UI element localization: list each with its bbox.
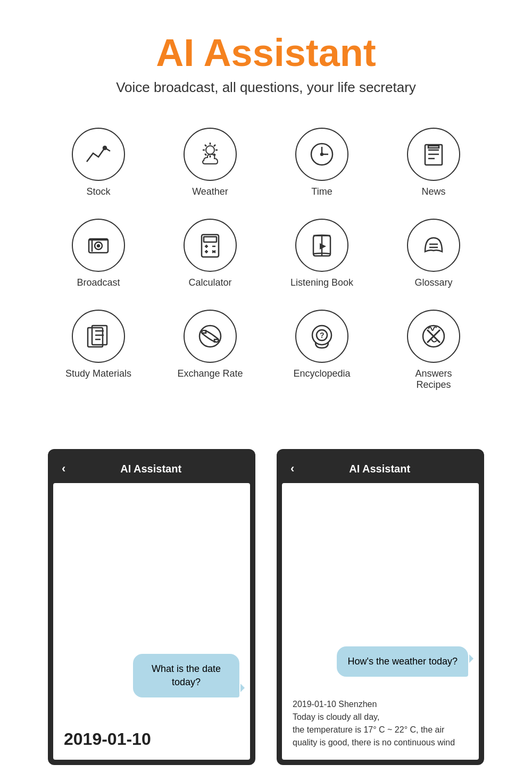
answers-recipes-label: Answers Recipes	[399, 368, 468, 390]
broadcast-icon-circle	[72, 219, 125, 272]
weather-icon-circle	[184, 128, 237, 181]
svg-line-6	[205, 145, 206, 146]
svg-point-21	[97, 245, 99, 247]
svg-point-0	[103, 146, 106, 149]
svg-rect-18	[428, 146, 439, 148]
phone1-chat: What is the date today?	[64, 494, 239, 719]
glossary-icon-circle	[407, 219, 460, 272]
broadcast-icon	[82, 229, 114, 261]
feature-encyclopedia: ? Encyclopedia	[287, 310, 356, 390]
calculator-label: Calculator	[188, 277, 231, 288]
phone2-title: AI Assistant	[300, 463, 460, 475]
phone2-user-bubble: How's the weather today?	[337, 646, 468, 677]
feature-broadcast: Broadcast	[64, 219, 133, 288]
icon-row-2: Broadcast Calculator	[43, 219, 489, 288]
phone-mockup-1: ‹ AI Assistant What is the date today? 2…	[48, 449, 255, 765]
phone2-chat: How's the weather today?	[293, 494, 468, 698]
svg-point-13	[321, 153, 323, 155]
encyclopedia-icon: ?	[306, 320, 338, 352]
feature-study-materials: Study Materials	[64, 310, 133, 390]
feature-answers-recipes: Answers Recipes	[399, 310, 468, 390]
listening-book-label: Listening Book	[290, 277, 353, 288]
svg-point-42	[200, 326, 221, 347]
encyclopedia-icon-circle: ?	[295, 310, 348, 363]
feature-news: News	[399, 128, 468, 197]
phone2-back-button[interactable]: ‹	[290, 462, 294, 476]
encyclopedia-label: Encyclopedia	[293, 368, 350, 379]
phone1-user-bubble: What is the date today?	[133, 654, 239, 697]
exchange-rate-icon	[194, 320, 226, 352]
icon-row-3: Study Materials Exchange Rate	[43, 310, 489, 390]
listening-book-icon-circle	[295, 219, 348, 272]
feature-weather: Weather	[176, 128, 245, 197]
calculator-icon	[194, 229, 226, 261]
news-icon-circle	[407, 128, 460, 181]
exchange-rate-label: Exchange Rate	[177, 368, 243, 379]
features-grid: Stock Weather	[0, 112, 532, 428]
phone2-screen: How's the weather today? 2019-01-10 Shen…	[282, 483, 479, 760]
weather-icon	[194, 138, 226, 170]
time-icon	[306, 138, 338, 170]
stock-icon-circle	[72, 128, 125, 181]
page-title: AI Assistant	[11, 32, 521, 74]
phone-mockup-2: ‹ AI Assistant How's the weather today? …	[277, 449, 484, 765]
feature-calculator: Calculator	[176, 219, 245, 288]
svg-point-1	[206, 146, 214, 154]
phone1-title: AI Assistant	[71, 463, 231, 475]
phone2-response: 2019-01-10 Shenzhen Today is cloudy all …	[293, 698, 468, 749]
phone-demos: ‹ AI Assistant What is the date today? 2…	[0, 428, 532, 781]
svg-text:?: ?	[320, 331, 325, 339]
phone1-header: ‹ AI Assistant	[53, 454, 250, 483]
feature-listening-book: Listening Book	[287, 219, 356, 288]
glossary-label: Glossary	[414, 277, 452, 288]
study-materials-icon-circle	[72, 310, 125, 363]
icon-row-1: Stock Weather	[43, 128, 489, 197]
listening-book-icon	[306, 229, 338, 261]
svg-line-9	[205, 154, 206, 155]
phone1-response: 2019-01-10	[64, 719, 239, 749]
time-label: Time	[311, 186, 332, 197]
time-icon-circle	[295, 128, 348, 181]
weather-label: Weather	[192, 186, 228, 197]
study-materials-label: Study Materials	[65, 368, 131, 379]
feature-stock: Stock	[64, 128, 133, 197]
feature-time: Time	[287, 128, 356, 197]
svg-rect-25	[204, 237, 217, 242]
svg-line-8	[214, 145, 215, 146]
study-materials-icon	[82, 320, 114, 352]
stock-label: Stock	[86, 186, 110, 197]
glossary-icon	[418, 229, 450, 261]
header-section: AI Assistant Voice broadcast, all questi…	[0, 0, 532, 112]
feature-glossary: Glossary	[399, 219, 468, 288]
news-label: News	[421, 186, 445, 197]
page-subtitle: Voice broadcast, all questions, your lif…	[11, 79, 521, 96]
answers-recipes-icon-circle	[407, 310, 460, 363]
phone2-header: ‹ AI Assistant	[282, 454, 479, 483]
phone1-screen: What is the date today? 2019-01-10	[53, 483, 250, 760]
broadcast-label: Broadcast	[77, 277, 120, 288]
phone1-back-button[interactable]: ‹	[62, 462, 65, 476]
answers-recipes-icon	[418, 320, 450, 352]
svg-marker-34	[320, 243, 326, 250]
stock-icon	[82, 138, 114, 170]
calculator-icon-circle	[184, 219, 237, 272]
news-icon	[418, 138, 450, 170]
feature-exchange-rate: Exchange Rate	[176, 310, 245, 390]
exchange-rate-icon-circle	[184, 310, 237, 363]
